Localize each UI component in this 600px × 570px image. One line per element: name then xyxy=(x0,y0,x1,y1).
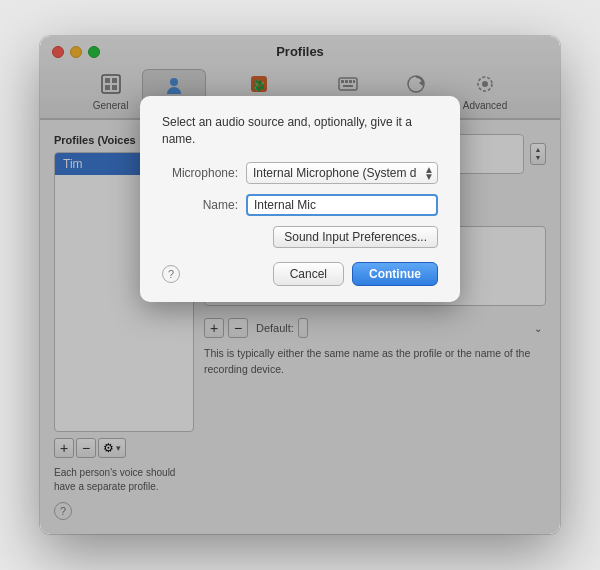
main-window: Profiles General xyxy=(40,36,560,534)
cancel-button[interactable]: Cancel xyxy=(273,262,344,286)
microphone-row: Microphone: Internal Microphone (System … xyxy=(162,162,438,184)
microphone-select-wrap: Internal Microphone (System default) ▲▼ xyxy=(246,162,438,184)
modal-instruction: Select an audio source and, optionally, … xyxy=(162,114,438,148)
sound-prefs-row: Sound Input Preferences... xyxy=(162,226,438,248)
help-button-modal[interactable]: ? xyxy=(162,265,180,283)
continue-button[interactable]: Continue xyxy=(352,262,438,286)
name-input[interactable] xyxy=(246,194,438,216)
modal-overlay: Select an audio source and, optionally, … xyxy=(40,36,560,534)
microphone-select[interactable]: Internal Microphone (System default) xyxy=(246,162,438,184)
name-row: Name: xyxy=(162,194,438,216)
microphone-label: Microphone: xyxy=(162,166,238,180)
modal-footer: ? Cancel Continue xyxy=(162,262,438,286)
name-label: Name: xyxy=(162,198,238,212)
audio-source-dialog: Select an audio source and, optionally, … xyxy=(140,96,460,302)
sound-input-prefs-button[interactable]: Sound Input Preferences... xyxy=(273,226,438,248)
modal-buttons: Cancel Continue xyxy=(273,262,438,286)
